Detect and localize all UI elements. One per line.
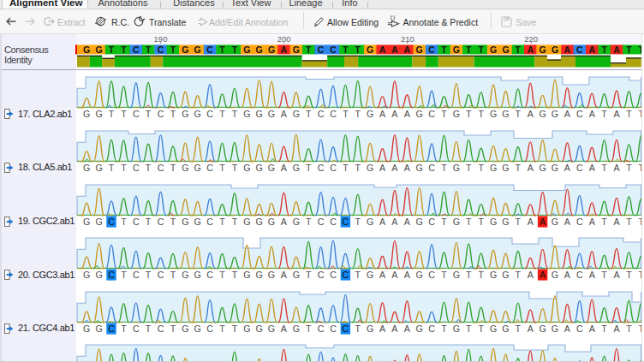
svg-text:G: G [453,323,460,334]
svg-text:A: A [391,216,398,226]
svg-text:G: G [490,216,497,226]
svg-text:T: T [466,270,472,280]
svg-text:T: T [516,323,522,334]
svg-text:T: T [466,45,472,55]
svg-text:C: C [428,270,435,280]
svg-text:A: A [281,163,288,173]
svg-text:T: T [626,45,632,55]
svg-text:G: G [453,216,460,226]
svg-text:A: A [527,45,534,55]
svg-text:T: T [516,45,522,55]
svg-text:C: C [428,216,435,226]
svg-text:G: G [416,109,423,119]
svg-text:T: T [306,323,312,334]
svg-text:G: G [182,109,188,119]
svg-text:G: G [194,163,201,173]
svg-text:C: C [576,109,583,119]
svg-text:G: G [416,163,423,173]
svg-text:T: T [466,323,472,334]
svg-text:G: G [416,216,423,226]
svg-text:G: G [194,45,201,55]
svg-text:A: A [281,216,288,226]
svg-text:C: C [133,270,140,280]
svg-text:C: C [330,270,337,280]
svg-text:G: G [182,270,188,280]
svg-text:C: C [576,45,583,55]
svg-text:A: A [404,216,411,226]
svg-text:T: T [478,270,484,280]
svg-text:A: A [528,270,534,280]
svg-text:A: A [528,163,534,173]
svg-text:T: T [306,45,312,55]
svg-text:C: C [108,323,115,334]
svg-text:G: G [243,163,250,173]
svg-text:T: T [219,109,225,119]
svg-text:G: G [95,270,102,280]
svg-text:C: C [133,216,140,226]
svg-text:C: C [158,163,164,173]
svg-text:G: G [490,163,497,173]
svg-text:C: C [206,216,213,226]
svg-text:T: T [219,163,225,173]
svg-text:A: A [589,323,596,334]
svg-text:C: C [428,45,435,55]
svg-text:G: G [293,45,300,55]
svg-text:G: G [367,45,373,55]
svg-text:G: G [268,216,275,226]
svg-text:C: C [318,323,325,334]
svg-text:G: G [243,216,250,226]
svg-text:C: C [318,163,325,173]
svg-text:T: T [601,216,607,226]
svg-text:T: T [219,270,225,280]
svg-text:G: G [453,163,460,173]
svg-text:G: G [502,109,509,119]
svg-text:T: T [306,216,312,226]
svg-text:G: G [194,323,201,334]
svg-text:T: T [343,109,349,119]
svg-text:G: G [268,323,275,334]
svg-text:G: G [416,323,423,334]
svg-text:T: T [466,163,472,173]
svg-text:C: C [158,216,164,226]
svg-text:G: G [83,270,90,280]
svg-text:G: G [552,109,558,119]
svg-text:G: G [539,109,546,119]
svg-text:C: C [206,45,213,55]
svg-text:A: A [613,323,620,334]
svg-text:C: C [158,45,164,55]
svg-text:T: T [626,163,632,173]
svg-text:T: T [343,45,349,55]
svg-text:T: T [109,45,115,55]
svg-text:G: G [367,323,373,334]
svg-text:T: T [355,323,361,334]
svg-text:T: T [441,163,447,173]
svg-text:T: T [343,163,349,173]
svg-text:A: A [613,163,620,173]
svg-text:A: A [613,216,620,226]
svg-text:G: G [268,163,275,173]
svg-text:T: T [441,216,447,226]
svg-text:T: T [170,216,176,226]
svg-text:T: T [516,109,522,119]
svg-text:G: G [194,216,201,226]
svg-text:C: C [206,109,213,119]
svg-text:T: T [170,323,176,334]
svg-text:C: C [158,323,164,334]
svg-text:G: G [502,270,509,280]
svg-text:A: A [540,216,546,226]
svg-text:A: A [404,270,411,280]
svg-text:C: C [318,216,325,226]
svg-text:G: G [256,323,263,334]
svg-text:A: A [391,109,398,119]
svg-text:A: A [613,270,620,280]
svg-text:T: T [441,45,447,55]
svg-text:A: A [379,270,386,280]
svg-text:T: T [109,109,115,119]
svg-text:T: T [146,163,152,173]
svg-text:C: C [206,323,213,334]
svg-text:G: G [293,323,300,334]
svg-text:G: G [256,45,263,55]
svg-text:A: A [564,270,571,280]
svg-text:G: G [540,45,546,55]
svg-text:G: G [453,45,460,55]
